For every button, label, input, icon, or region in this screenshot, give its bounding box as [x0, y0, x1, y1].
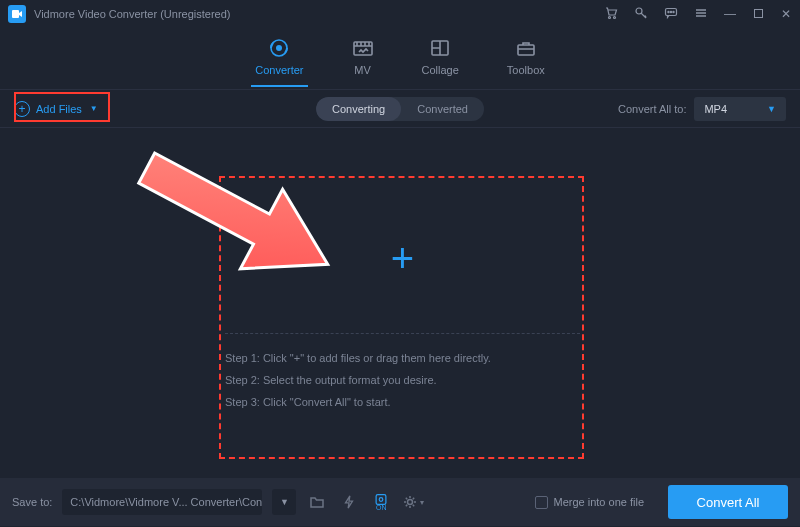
collage-icon: [429, 38, 451, 58]
settings-icon[interactable]: ▾: [402, 491, 424, 513]
merge-checkbox[interactable]: [535, 496, 548, 509]
svg-point-10: [276, 45, 282, 51]
app-logo-icon: [8, 5, 26, 23]
gpu-on-label: ON: [376, 504, 387, 511]
main-area: + Step 1: Click "+" to add files or drag…: [0, 128, 800, 478]
convert-to-label: Convert All to:: [618, 103, 686, 115]
seg-converting[interactable]: Converting: [316, 97, 401, 121]
lightning-icon[interactable]: [338, 491, 360, 513]
convert-all-button[interactable]: Convert All: [668, 485, 788, 519]
title-bar: Vidmore Video Converter (Unregistered) —…: [0, 0, 800, 28]
gpu-accel-icon[interactable]: ON: [370, 491, 392, 513]
top-tabs: Converter MV Collage Toolbox: [0, 28, 800, 90]
instruction-steps: Step 1: Click "+" to add files or drag t…: [225, 352, 491, 408]
svg-point-2: [614, 17, 616, 19]
chevron-down-icon: ▼: [767, 104, 776, 114]
toolbox-icon: [515, 38, 537, 58]
key-icon[interactable]: [634, 6, 648, 22]
save-path-dropdown[interactable]: ▼: [272, 489, 296, 515]
merge-checkbox-row[interactable]: Merge into one file: [535, 496, 645, 509]
menu-icon[interactable]: [694, 6, 708, 22]
tab-mv-label: MV: [354, 64, 371, 76]
svg-point-1: [609, 17, 611, 19]
tab-collage-label: Collage: [422, 64, 459, 76]
svg-point-6: [670, 11, 671, 12]
add-files-label: Add Files: [36, 103, 82, 115]
svg-rect-13: [518, 45, 534, 55]
merge-label: Merge into one file: [554, 496, 645, 508]
tab-converter[interactable]: Converter: [251, 32, 307, 86]
feedback-icon[interactable]: [664, 6, 678, 22]
step-3: Step 3: Click "Convert All" to start.: [225, 396, 491, 408]
svg-point-7: [673, 11, 674, 12]
cart-icon[interactable]: [604, 6, 618, 22]
tab-toolbox[interactable]: Toolbox: [503, 32, 549, 86]
sub-bar: + Add Files ▼ Converting Converted Conve…: [0, 90, 800, 128]
chevron-down-icon: ▾: [420, 498, 424, 507]
plus-circle-icon: +: [14, 101, 30, 117]
svg-point-5: [668, 11, 669, 12]
step-2: Step 2: Select the output format you des…: [225, 374, 491, 386]
drop-zone[interactable]: + Step 1: Click "+" to add files or drag…: [225, 183, 580, 458]
mv-icon: [352, 38, 374, 58]
chevron-down-icon: ▼: [90, 104, 98, 113]
add-files-button[interactable]: + Add Files ▼: [14, 101, 98, 117]
close-icon[interactable]: ✕: [780, 8, 792, 20]
svg-point-16: [408, 500, 413, 505]
open-folder-icon[interactable]: [306, 491, 328, 513]
minimize-icon[interactable]: —: [724, 8, 736, 20]
step-1: Step 1: Click "+" to add files or drag t…: [225, 352, 491, 364]
big-plus-icon[interactable]: +: [391, 238, 414, 278]
status-segment: Converting Converted: [316, 97, 484, 121]
divider: [225, 333, 580, 334]
output-format-select[interactable]: MP4 ▼: [694, 97, 786, 121]
svg-rect-14: [376, 495, 386, 505]
tab-toolbox-label: Toolbox: [507, 64, 545, 76]
convert-to-section: Convert All to: MP4 ▼: [618, 97, 786, 121]
save-to-label: Save to:: [12, 496, 52, 508]
app-title: Vidmore Video Converter (Unregistered): [34, 8, 604, 20]
tab-mv[interactable]: MV: [348, 32, 378, 86]
converter-icon: [268, 38, 290, 58]
svg-rect-8: [754, 9, 762, 17]
maximize-icon[interactable]: [752, 8, 764, 21]
tab-converter-label: Converter: [255, 64, 303, 76]
tab-collage[interactable]: Collage: [418, 32, 463, 86]
bottom-bar: Save to: C:\Vidmore\Vidmore V... Convert…: [0, 478, 800, 526]
window-tray-icons: — ✕: [604, 6, 792, 22]
save-path-field[interactable]: C:\Vidmore\Vidmore V... Converter\Conver…: [62, 489, 262, 515]
seg-converted[interactable]: Converted: [401, 97, 484, 121]
svg-point-15: [380, 498, 384, 502]
svg-rect-0: [12, 10, 19, 18]
output-format-value: MP4: [704, 103, 727, 115]
